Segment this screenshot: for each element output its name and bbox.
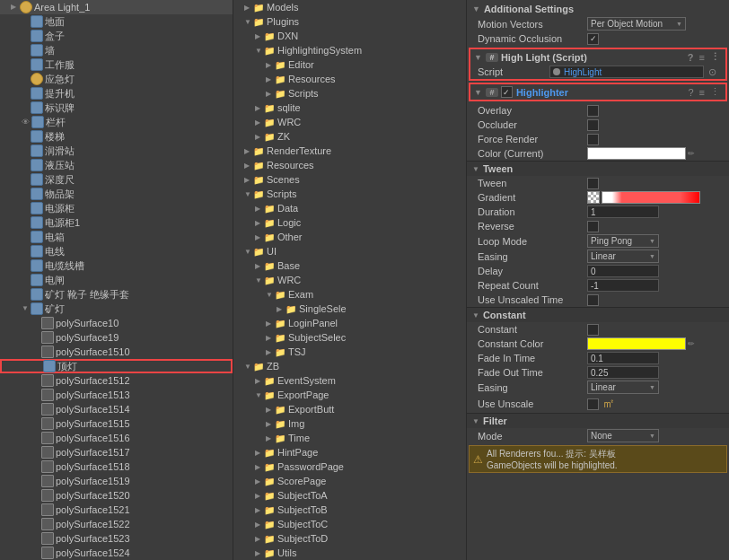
list-item[interactable]: 应急灯 bbox=[0, 72, 233, 86]
list-item[interactable]: polySurface1517 bbox=[0, 445, 233, 459]
highlighter-enabled-checkbox[interactable] bbox=[501, 86, 513, 98]
tween-easing-dropdown[interactable]: Linear ▼ bbox=[587, 249, 659, 263]
list-item[interactable]: polySurface1518 bbox=[0, 459, 233, 474]
list-item[interactable]: polySurface1523 bbox=[0, 531, 233, 546]
folder-item[interactable]: ▶ 📁 ExportButt bbox=[233, 402, 466, 416]
list-item[interactable]: polySurface1522 bbox=[0, 517, 233, 531]
reverse-value[interactable] bbox=[587, 221, 725, 232]
list-item[interactable]: 电闸 bbox=[0, 273, 233, 287]
dynamic-occlusion-value[interactable] bbox=[587, 33, 725, 45]
list-item[interactable]: 电缆线槽 bbox=[0, 258, 233, 273]
script-link-icon[interactable]: ⊙ bbox=[707, 66, 718, 78]
folder-item[interactable]: ▼ 📁 HighlightingSystem bbox=[233, 43, 466, 57]
color-pick-icon[interactable]: ✏ bbox=[686, 339, 697, 348]
occluder-value[interactable] bbox=[587, 119, 725, 131]
folder-item[interactable]: ▼ 📁 ZB bbox=[233, 359, 466, 373]
duration-input[interactable] bbox=[587, 206, 659, 218]
folder-item[interactable]: ▶ 📁 SubjectToA bbox=[233, 488, 466, 503]
fade-in-input[interactable] bbox=[587, 352, 659, 364]
fade-in-value[interactable] bbox=[587, 352, 725, 364]
color-current-swatch[interactable] bbox=[587, 147, 686, 160]
list-item[interactable]: polySurface1513 bbox=[0, 388, 233, 402]
list-item[interactable]: 电源柜 bbox=[0, 201, 233, 215]
list-item[interactable]: 液压站 bbox=[0, 158, 233, 172]
constant-easing-value[interactable]: Linear ▼ bbox=[587, 381, 725, 394]
folder-item[interactable]: ▶ 📁 Base bbox=[233, 258, 466, 273]
script-field-value[interactable]: HighLight bbox=[549, 66, 704, 78]
folder-item[interactable]: ▶ 📁 TSJ bbox=[233, 345, 466, 359]
folder-item[interactable]: ▶ 📁 SubjectToD bbox=[233, 531, 466, 546]
folder-item[interactable]: ▶ 📁 ScorePage bbox=[233, 474, 466, 488]
folder-item[interactable]: ▶ 📁 Models bbox=[233, 0, 466, 14]
list-item[interactable]: 提升机 bbox=[0, 86, 233, 101]
folder-item[interactable]: ▶ 📁 Other bbox=[233, 230, 466, 244]
folder-item[interactable]: ▶ 📁 RenderTexture bbox=[233, 144, 466, 158]
list-item[interactable]: ▼ 矿灯 bbox=[0, 302, 233, 316]
list-item[interactable]: 墙 bbox=[0, 43, 233, 57]
list-item[interactable]: 楼梯 bbox=[0, 129, 233, 144]
list-item[interactable]: polySurface1514 bbox=[0, 402, 233, 416]
repeat-count-input[interactable] bbox=[587, 279, 659, 292]
folder-item[interactable]: ▶ 📁 SubjectToC bbox=[233, 517, 466, 531]
list-item[interactable]: 电箱 bbox=[0, 230, 233, 244]
use-unscale-constant-checkbox[interactable] bbox=[587, 398, 599, 410]
list-item[interactable]: polySurface1520 bbox=[0, 488, 233, 503]
folder-item[interactable]: ▼ 📁 Exam bbox=[233, 287, 466, 302]
list-item[interactable]: 深度尺 bbox=[0, 172, 233, 187]
list-item[interactable]: 标识牌 bbox=[0, 101, 233, 115]
color-current-value[interactable]: ✏ bbox=[587, 147, 725, 160]
folder-item[interactable]: ▶ 📁 Logic bbox=[233, 215, 466, 230]
reverse-checkbox[interactable] bbox=[587, 221, 599, 232]
question-icon[interactable]: ? bbox=[686, 87, 695, 98]
folder-item[interactable]: ▶ 📁 Time bbox=[233, 431, 466, 445]
use-unscaled-tween-value[interactable] bbox=[587, 294, 725, 306]
duration-value[interactable] bbox=[587, 206, 725, 218]
mode-value[interactable]: None ▼ bbox=[587, 429, 725, 442]
folder-item[interactable]: ▶ 📁 ZK bbox=[233, 129, 466, 144]
gradient-value[interactable] bbox=[587, 191, 725, 204]
list-item[interactable]: polySurface1524 bbox=[0, 546, 233, 560]
dynamic-occlusion-checkbox[interactable] bbox=[587, 33, 599, 45]
tween-checkbox[interactable] bbox=[587, 178, 599, 189]
delay-input[interactable] bbox=[587, 265, 659, 277]
list-item[interactable]: 电源柜1 bbox=[0, 215, 233, 230]
tween-section-header[interactable]: ▼ Tween bbox=[467, 161, 729, 176]
tween-value[interactable] bbox=[587, 178, 725, 189]
folder-item[interactable]: ▼ 📁 WRC bbox=[233, 273, 466, 287]
folder-item[interactable]: ▶ 📁 DXN bbox=[233, 29, 466, 43]
force-render-checkbox[interactable] bbox=[587, 134, 599, 145]
folder-item[interactable]: ▶ 📁 sqlite bbox=[233, 101, 466, 115]
list-item[interactable]: polySurface10 bbox=[0, 316, 233, 330]
use-unscale-constant-value[interactable]: ㎡ bbox=[587, 396, 725, 412]
list-item[interactable]: polySurface1516 bbox=[0, 431, 233, 445]
folder-item[interactable]: ▶ 📁 WRC bbox=[233, 115, 466, 129]
list-item[interactable]: polySurface1521 bbox=[0, 503, 233, 517]
list-item[interactable]: 物品架 bbox=[0, 187, 233, 201]
filter-section-header[interactable]: ▼ Filter bbox=[467, 413, 729, 428]
more-icon[interactable]: ⋮ bbox=[708, 51, 722, 63]
constant-value[interactable] bbox=[587, 324, 725, 336]
constant-easing-dropdown[interactable]: Linear ▼ bbox=[587, 381, 659, 394]
list-item[interactable]: 润滑站 bbox=[0, 144, 233, 158]
overlay-value[interactable] bbox=[587, 105, 725, 117]
fade-out-value[interactable] bbox=[587, 366, 725, 379]
occluder-checkbox[interactable] bbox=[587, 119, 599, 131]
list-item[interactable]: 地面 bbox=[0, 14, 233, 29]
folder-item[interactable]: ▼ 📁 Scripts bbox=[233, 187, 466, 201]
list-item[interactable]: 盒子 bbox=[0, 29, 233, 43]
project-panel[interactable]: ▶ 📁 Models ▼ 📁 Plugins ▶ 📁 DXN ▼ 📁 Highl… bbox=[233, 0, 467, 560]
constant-checkbox[interactable] bbox=[587, 324, 599, 336]
loop-mode-dropdown[interactable]: Ping Pong ▼ bbox=[587, 234, 659, 248]
repeat-count-value[interactable] bbox=[587, 279, 725, 292]
folder-item[interactable]: ▶ 📁 Utils bbox=[233, 546, 466, 560]
list-item[interactable]: 👁 栏杆 bbox=[0, 115, 233, 129]
list-item[interactable]: polySurface19 bbox=[0, 330, 233, 345]
settings-icon[interactable]: ≡ bbox=[698, 52, 707, 63]
list-item[interactable]: polySurface1512 bbox=[0, 373, 233, 388]
folder-item[interactable]: ▶ 📁 Scenes bbox=[233, 172, 466, 187]
folder-item[interactable]: ▶ 📁 Data bbox=[233, 201, 466, 215]
settings-icon[interactable]: ≡ bbox=[698, 87, 707, 98]
question-icon[interactable]: ? bbox=[686, 52, 696, 63]
folder-item[interactable]: ▶ 📁 Resources bbox=[233, 158, 466, 172]
motion-vectors-dropdown[interactable]: Per Object Motion ▼ bbox=[587, 17, 686, 31]
